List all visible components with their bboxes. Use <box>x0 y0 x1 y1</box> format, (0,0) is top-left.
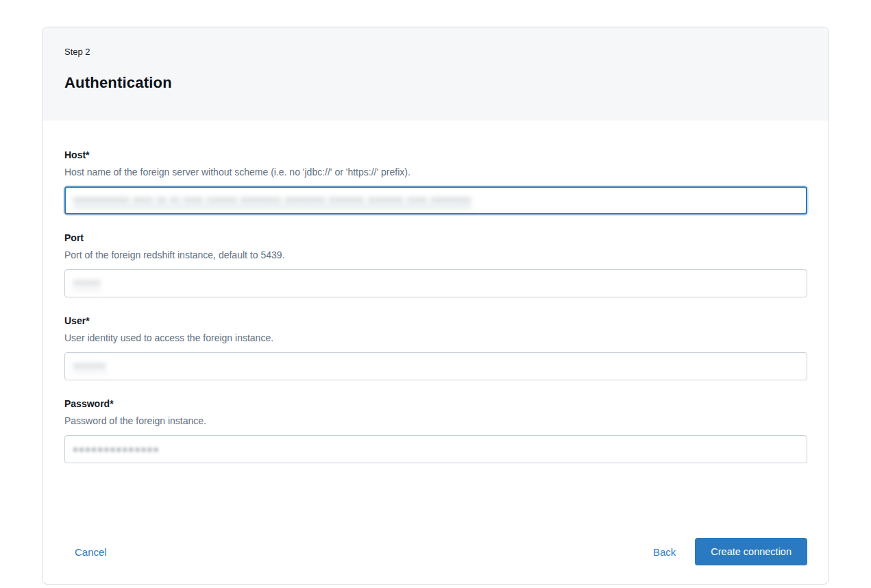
password-field: Password* Password of the foreign instan… <box>64 398 807 463</box>
wizard-card: Step 2 Authentication Host* Host name of… <box>42 27 829 585</box>
back-button[interactable]: Back <box>653 546 676 558</box>
user-field: User* User identity used to access the f… <box>64 315 807 380</box>
port-input[interactable]: xxxxx <box>64 269 807 297</box>
port-input-redacted-value: xxxxx <box>73 277 101 291</box>
password-field-label: Password* <box>64 398 807 409</box>
host-field: Host* Host name of the foreign server wi… <box>64 149 807 215</box>
cancel-button[interactable]: Cancel <box>75 546 107 558</box>
user-input-redacted-value: xxxxxx <box>73 360 106 373</box>
user-field-description: User identity used to access the foreign… <box>64 332 807 343</box>
step-label: Step 2 <box>64 47 807 57</box>
host-input-redacted-value: xxxxxxxxxxx xxxx xx xx xxxx xxxxxx xxxxx… <box>73 194 471 208</box>
host-input[interactable]: xxxxxxxxxxx xxxx xx xx xxxx xxxxxx xxxxx… <box>64 186 807 215</box>
page-title: Authentication <box>64 74 807 92</box>
port-field: Port Port of the foreign redshift instan… <box>64 232 807 297</box>
user-field-label: User* <box>64 315 807 326</box>
page: Step 2 Authentication Host* Host name of… <box>0 0 871 588</box>
wizard-footer: Cancel Back Create connection <box>64 538 807 565</box>
user-input[interactable]: xxxxxx <box>64 352 807 380</box>
password-field-description: Password of the foreign instance. <box>64 415 807 426</box>
password-input[interactable]: ●●●●●●●●●●●●●● <box>64 435 807 463</box>
host-field-label: Host* <box>64 149 807 160</box>
create-connection-button[interactable]: Create connection <box>695 538 807 565</box>
port-field-label: Port <box>64 232 807 243</box>
wizard-header: Step 2 Authentication <box>42 27 829 121</box>
host-field-description: Host name of the foreign server without … <box>64 167 807 177</box>
wizard-form: Host* Host name of the foreign server wi… <box>42 121 829 463</box>
password-input-redacted-value: ●●●●●●●●●●●●●● <box>73 445 160 453</box>
footer-actions: Back Create connection <box>653 538 807 565</box>
port-field-description: Port of the foreign redshift instance, d… <box>64 249 807 260</box>
